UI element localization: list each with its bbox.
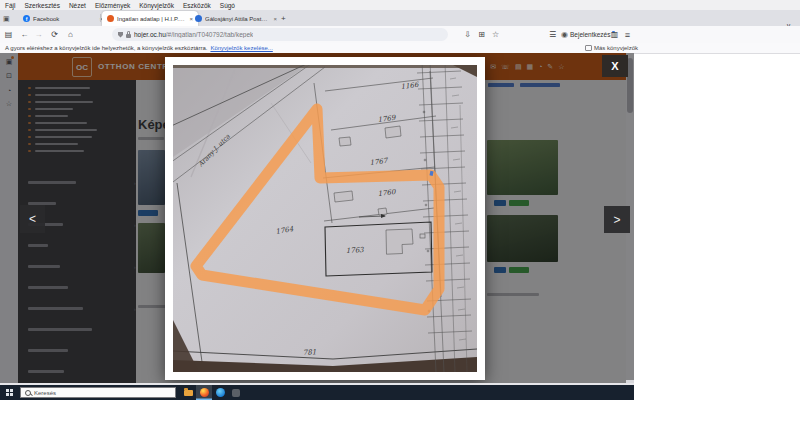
oc-favicon	[107, 15, 114, 22]
bookmarks-hint: A gyors eléréshez a könyvjelzők ide hely…	[5, 45, 207, 51]
tab-facebook-post[interactable]: Gálosjányi Attila Posta nézete ×	[190, 11, 282, 26]
panel-list-icon[interactable]: ☰	[546, 26, 559, 43]
cadastral-map-image: 1166 1769 1767 1760 1764 1763 781 Arany …	[173, 65, 477, 372]
start-button[interactable]	[0, 385, 18, 400]
tab-bar: ▣ f Facebook × Ingatlan adatlap | H.I.P.…	[0, 10, 800, 26]
lightbox-next-button[interactable]: >	[604, 206, 630, 233]
menu-item-help[interactable]: Súgó	[220, 2, 235, 9]
other-bookmarks-button[interactable]: Más könyvjelzők	[585, 43, 638, 53]
back-icon[interactable]: ←	[18, 26, 31, 43]
taskbar-search-input[interactable]: Keresés	[20, 387, 176, 398]
menu-item-tools[interactable]: Eszközök	[183, 2, 211, 9]
windows-logo-icon	[6, 389, 13, 396]
menu-item-view[interactable]: Nézet	[69, 2, 86, 9]
page-viewport: ▣ ⊡ ◔ ☆ OC OTTHON CENTRUM ⌂ ✉ ☏ ▤ ▦ ◔ ✎ …	[0, 53, 634, 383]
sidebar-toggle-icon[interactable]: ▤	[2, 26, 15, 43]
url-text: hojer.oc.hu/#/ingatlan/T040792/tab/kepek	[134, 31, 253, 38]
tracking-shield-icon[interactable]	[118, 32, 123, 38]
url-bar[interactable]: hojer.oc.hu/#/ingatlan/T040792/tab/kepek	[112, 28, 448, 41]
menu-item-history[interactable]: Előzmények	[95, 2, 130, 9]
app-taskbar-icon[interactable]	[228, 385, 244, 400]
downloads-icon[interactable]: ⇩	[461, 26, 474, 43]
menu-item-bookmarks[interactable]: Könyvjelzők	[139, 2, 174, 9]
file-explorer-taskbar-icon[interactable]	[180, 385, 196, 400]
lightbox-close-button[interactable]: X	[602, 55, 628, 77]
signin-button[interactable]: ◉ Bejelentkezés	[561, 26, 615, 43]
home-icon[interactable]: ⌂	[64, 26, 77, 43]
menu-item-edit[interactable]: Szerkesztés	[24, 2, 59, 9]
firefox-taskbar-icon[interactable]	[196, 385, 212, 400]
app-menu-icon[interactable]: ≡	[621, 26, 634, 43]
account-icon: ◉	[561, 30, 568, 39]
screen: Fájl Szerkesztés Nézet Előzmények Könyvj…	[0, 0, 800, 432]
reload-icon[interactable]: ⟳	[48, 26, 61, 43]
tab-label: Facebook	[33, 16, 96, 22]
navigation-toolbar: ▤ ← → ⟳ ⌂ hojer.oc.hu/#/ingatlan/T040792…	[0, 26, 800, 44]
post-favicon	[195, 15, 202, 22]
windows-taskbar: Keresés 7°C Napos ∧ 9:56	[0, 385, 634, 400]
lightbox-prev-button[interactable]: <	[20, 205, 45, 233]
extensions-icon[interactable]: ⊞	[475, 26, 488, 43]
menu-item-file[interactable]: Fájl	[5, 2, 15, 9]
edge-taskbar-icon[interactable]	[212, 385, 228, 400]
search-icon	[25, 390, 31, 396]
plot-label: 781	[303, 348, 317, 357]
tab-ingatlan-adatlap[interactable]: Ingatlan adatlap | H.I.P.E.R ×	[102, 11, 198, 26]
lock-icon	[126, 34, 131, 38]
library-icon[interactable]: ▥	[608, 26, 621, 43]
new-tab-button[interactable]: +	[276, 11, 296, 26]
lightbox-image-frame: 1166 1769 1767 1760 1764 1763 781 Arany …	[165, 57, 485, 380]
tab-label: Gálosjányi Attila Posta nézete	[205, 16, 270, 22]
signin-label: Bejelentkezés	[570, 31, 610, 38]
scrollbar-corner	[626, 380, 634, 383]
tab-facebook[interactable]: f Facebook ×	[18, 11, 108, 26]
folder-icon	[585, 45, 592, 51]
tab-divider	[100, 14, 101, 22]
firefox-view-icon[interactable]: ▣	[2, 11, 17, 26]
plot-label: 1763	[346, 246, 365, 255]
bookmark-star-icon[interactable]: ☆	[489, 26, 502, 43]
tab-label: Ingatlan adatlap | H.I.P.E.R	[117, 16, 186, 22]
facebook-favicon: f	[23, 15, 30, 22]
forward-icon[interactable]: →	[32, 26, 45, 43]
manage-bookmarks-link[interactable]: Könyvjelzők kezelése...	[210, 45, 272, 51]
